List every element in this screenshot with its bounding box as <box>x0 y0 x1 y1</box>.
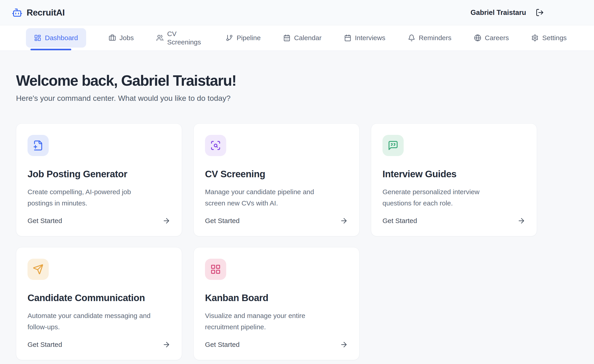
users-icon <box>156 34 163 41</box>
page-title: Welcome back, Gabriel Traistaru! <box>16 72 594 89</box>
get-started-link[interactable]: Get Started <box>27 217 170 225</box>
brand-name: RecruitAI <box>27 8 65 18</box>
get-started-link[interactable]: Get Started <box>27 341 170 349</box>
tab-label: Reminders <box>419 34 452 42</box>
tab-jobs[interactable]: Jobs <box>109 28 134 47</box>
tab-interviews[interactable]: Interviews <box>344 28 385 47</box>
card-candidate-communication[interactable]: Candidate Communication Automate your ca… <box>16 247 182 360</box>
tab-label: Pipeline <box>236 34 261 42</box>
scan-search-icon <box>205 135 226 156</box>
tab-dashboard[interactable]: Dashboard <box>26 28 86 47</box>
get-started-link[interactable]: Get Started <box>205 341 348 349</box>
card-interview-guides[interactable]: Interview Guides Generate personalized i… <box>371 123 537 236</box>
card-job-posting-generator[interactable]: Job Posting Generator Create compelling,… <box>16 123 182 236</box>
user-name: Gabriel Traistaru <box>471 9 526 17</box>
tab-settings[interactable]: Settings <box>531 28 567 47</box>
cta-label: Get Started <box>205 341 239 348</box>
arrow-right-icon <box>340 341 348 349</box>
top-header: RecruitAI Gabriel Traistaru <box>0 0 594 25</box>
layout-dashboard-icon <box>34 34 41 41</box>
card-kanban-board[interactable]: Kanban Board Visualize and manage your e… <box>194 247 359 360</box>
card-description: Generate personalized interview question… <box>383 186 495 209</box>
card-title: Kanban Board <box>205 292 348 303</box>
get-started-link[interactable]: Get Started <box>383 217 526 225</box>
card-description: Manage your candidate pipeline and scree… <box>205 186 328 209</box>
layout-grid-icon <box>205 259 226 280</box>
action-cards-grid: Job Posting Generator Create compelling,… <box>16 123 594 360</box>
send-icon <box>27 259 49 280</box>
card-description: Visualize and manage your entire recruit… <box>205 310 321 333</box>
cta-label: Get Started <box>383 217 417 225</box>
main-content: Welcome back, Gabriel Traistaru! Here's … <box>0 51 594 360</box>
arrow-right-icon <box>162 341 170 349</box>
get-started-link[interactable]: Get Started <box>205 217 348 225</box>
logout-button[interactable] <box>536 8 544 17</box>
file-plus-icon <box>27 135 49 156</box>
arrow-right-icon <box>340 217 348 225</box>
bell-icon <box>408 34 415 41</box>
tab-label: CV Screenings <box>167 30 203 47</box>
tab-pipeline[interactable]: Pipeline <box>226 28 261 47</box>
card-title: Interview Guides <box>383 169 526 180</box>
cta-label: Get Started <box>27 341 62 348</box>
tab-careers[interactable]: Careers <box>474 28 509 47</box>
card-title: CV Screening <box>205 169 348 180</box>
cta-label: Get Started <box>205 217 239 225</box>
card-description: Create compelling, AI-powered job postin… <box>27 186 140 209</box>
globe-icon <box>474 34 481 41</box>
tab-label: Interviews <box>355 34 385 42</box>
git-branch-icon <box>226 34 233 41</box>
card-title: Candidate Communication <box>27 292 170 303</box>
arrow-right-icon <box>517 217 526 225</box>
tab-label: Settings <box>542 34 567 42</box>
card-cv-screening[interactable]: CV Screening Manage your candidate pipel… <box>194 123 359 236</box>
arrow-right-icon <box>162 217 170 225</box>
calendar-icon <box>344 34 351 41</box>
cta-label: Get Started <box>27 217 62 225</box>
main-nav: Dashboard Jobs CV Screenings Pipeline Ca… <box>0 25 594 51</box>
card-title: Job Posting Generator <box>27 169 170 180</box>
tab-label: Jobs <box>120 34 134 42</box>
tab-label: Calendar <box>294 34 322 42</box>
tab-cv-screenings[interactable]: CV Screenings <box>156 24 203 52</box>
message-square-quote-icon <box>383 135 404 156</box>
card-description: Automate your candidate messaging and fo… <box>27 310 162 333</box>
user-area: Gabriel Traistaru <box>471 8 544 17</box>
brand-logo: RecruitAI <box>12 7 65 18</box>
page-subtitle: Here's your command center. What would y… <box>16 94 594 103</box>
tab-label: Careers <box>485 34 509 42</box>
calendar-days-icon <box>283 34 290 41</box>
gear-icon <box>531 34 539 41</box>
tab-label: Dashboard <box>45 34 78 42</box>
tab-reminders[interactable]: Reminders <box>408 28 452 47</box>
tab-calendar[interactable]: Calendar <box>283 28 322 47</box>
bot-icon <box>12 7 23 18</box>
briefcase-icon <box>109 34 116 41</box>
log-out-icon <box>536 8 544 17</box>
